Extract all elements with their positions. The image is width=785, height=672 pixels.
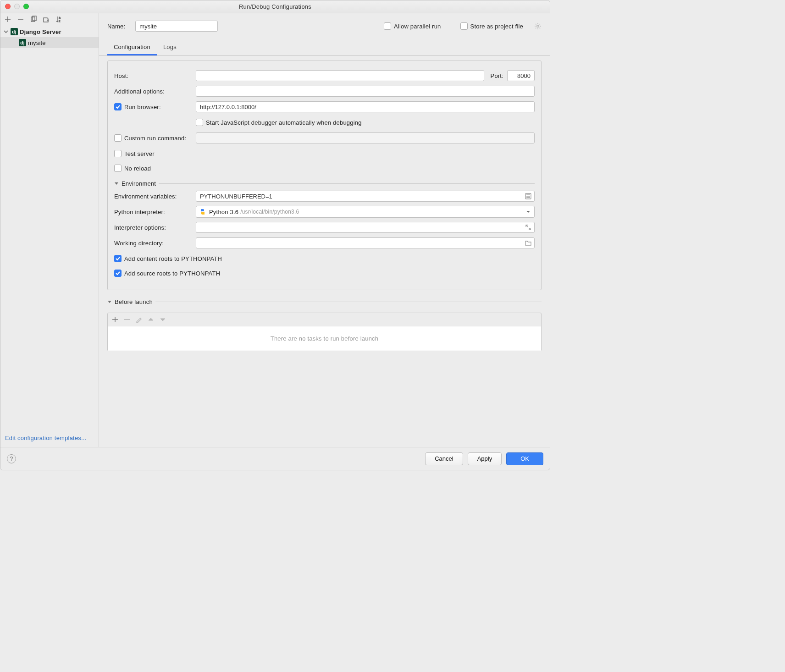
custom-run-command-label: Custom run command: bbox=[124, 135, 186, 142]
host-label: Host: bbox=[114, 72, 196, 79]
edit-task-icon bbox=[135, 316, 143, 323]
no-reload-checkbox[interactable]: No reload bbox=[114, 165, 151, 172]
allow-parallel-checkbox[interactable]: Allow parallel run bbox=[384, 22, 441, 30]
port-input[interactable] bbox=[507, 70, 535, 81]
add-content-roots-checkbox[interactable]: Add content roots to PYTHONPATH bbox=[114, 255, 222, 262]
environment-section-header[interactable]: Environment bbox=[114, 180, 535, 187]
interpreter-path: /usr/local/bin/python3.6 bbox=[240, 209, 299, 215]
add-task-icon[interactable] bbox=[111, 316, 119, 323]
port-label: Port: bbox=[491, 72, 503, 79]
svg-point-4 bbox=[537, 25, 539, 27]
window-zoom-button[interactable] bbox=[23, 4, 29, 9]
host-input[interactable] bbox=[196, 70, 484, 81]
run-browser-checkbox[interactable]: Run browser: bbox=[114, 103, 196, 110]
gear-icon[interactable] bbox=[534, 22, 542, 30]
store-project-file-label: Store as project file bbox=[470, 23, 523, 30]
add-source-roots-label: Add source roots to PYTHONPATH bbox=[124, 270, 220, 277]
svg-text:a: a bbox=[59, 16, 61, 19]
custom-run-command-checkbox[interactable]: Custom run command: bbox=[114, 134, 196, 142]
ok-button[interactable]: OK bbox=[506, 452, 543, 465]
additional-options-label: Additional options: bbox=[114, 88, 196, 95]
start-js-debugger-checkbox[interactable]: Start JavaScript debugger automatically … bbox=[196, 119, 362, 126]
move-up-icon bbox=[147, 316, 155, 323]
cancel-button[interactable]: Cancel bbox=[425, 452, 463, 465]
tree-node-django-server[interactable]: dj Django Server bbox=[0, 26, 99, 37]
checkbox-icon bbox=[384, 22, 391, 30]
python-icon bbox=[199, 208, 206, 215]
run-browser-label: Run browser: bbox=[124, 104, 161, 110]
name-input[interactable] bbox=[135, 21, 218, 32]
test-server-checkbox[interactable]: Test server bbox=[114, 150, 155, 157]
tree-node-mysite[interactable]: dj mysite bbox=[0, 37, 99, 48]
additional-options-input[interactable] bbox=[196, 86, 535, 97]
environment-section-title: Environment bbox=[122, 180, 156, 187]
remove-config-icon[interactable] bbox=[17, 16, 24, 23]
store-project-file-checkbox[interactable]: Store as project file bbox=[460, 22, 523, 30]
test-server-label: Test server bbox=[124, 150, 155, 157]
start-js-debugger-label: Start JavaScript debugger automatically … bbox=[206, 119, 362, 126]
copy-config-icon[interactable] bbox=[30, 16, 37, 23]
chevron-down-icon bbox=[3, 29, 9, 34]
sidebar-toolbar: az bbox=[0, 13, 99, 25]
chevron-down-icon bbox=[526, 209, 531, 214]
configuration-panel: Host: Port: Additional options: bbox=[107, 61, 542, 290]
list-edit-icon[interactable] bbox=[525, 193, 532, 200]
python-interpreter-select[interactable]: Python 3.6 /usr/local/bin/python3.6 bbox=[196, 206, 535, 218]
before-launch-empty-text: There are no tasks to run before launch bbox=[271, 335, 378, 342]
interpreter-options-label: Interpreter options: bbox=[114, 224, 196, 231]
env-vars-label: Environment variables: bbox=[114, 193, 196, 200]
tab-logs[interactable]: Logs bbox=[157, 41, 183, 55]
window-minimize-button bbox=[14, 4, 20, 9]
svg-text:z: z bbox=[59, 19, 61, 22]
working-directory-input[interactable] bbox=[196, 237, 535, 248]
edit-templates-link[interactable]: Edit configuration templates... bbox=[5, 435, 86, 441]
disclosure-triangle-icon bbox=[114, 182, 119, 186]
tree-node-label: mysite bbox=[28, 39, 46, 46]
expand-icon[interactable] bbox=[525, 224, 532, 231]
main-panel: Name: Allow parallel run Store as projec… bbox=[99, 13, 550, 447]
window-title: Run/Debug Configurations bbox=[239, 3, 311, 10]
checkbox-icon bbox=[196, 119, 203, 126]
before-launch-section-header[interactable]: Before launch bbox=[107, 298, 542, 305]
remove-task-icon bbox=[123, 316, 131, 323]
disclosure-triangle-icon bbox=[107, 300, 112, 304]
checkbox-icon bbox=[114, 165, 122, 172]
config-tree: dj Django Server dj mysite bbox=[0, 25, 99, 431]
custom-run-command-input bbox=[196, 132, 535, 143]
help-icon[interactable]: ? bbox=[7, 454, 16, 463]
checkbox-icon bbox=[114, 134, 122, 142]
tabs: Configuration Logs bbox=[99, 41, 550, 56]
env-vars-input[interactable] bbox=[196, 191, 535, 202]
interpreter-options-input[interactable] bbox=[196, 222, 535, 233]
sidebar: az dj Django Server dj mysite Edit confi… bbox=[0, 13, 99, 447]
checkbox-icon bbox=[460, 22, 468, 30]
window-close-button[interactable] bbox=[5, 4, 11, 9]
move-down-icon bbox=[159, 316, 166, 323]
add-source-roots-checkbox[interactable]: Add source roots to PYTHONPATH bbox=[114, 270, 220, 277]
tab-configuration[interactable]: Configuration bbox=[107, 41, 157, 55]
checkbox-icon bbox=[114, 103, 122, 110]
folder-icon[interactable] bbox=[525, 239, 532, 247]
add-content-roots-label: Add content roots to PYTHONPATH bbox=[124, 255, 222, 262]
sort-config-icon[interactable]: az bbox=[55, 16, 63, 23]
checkbox-icon bbox=[114, 255, 122, 262]
run-browser-url-input[interactable] bbox=[196, 101, 535, 112]
checkbox-icon bbox=[114, 270, 122, 277]
dialog-footer: ? Cancel Apply OK bbox=[0, 447, 550, 470]
tree-node-label: Django Server bbox=[20, 28, 61, 35]
django-icon: dj bbox=[11, 28, 18, 35]
apply-button[interactable]: Apply bbox=[468, 452, 502, 465]
save-config-icon[interactable] bbox=[43, 16, 50, 23]
checkbox-icon bbox=[114, 150, 122, 157]
titlebar: Run/Debug Configurations bbox=[0, 0, 550, 13]
interpreter-name: Python 3.6 bbox=[209, 209, 238, 215]
python-interpreter-label: Python interpreter: bbox=[114, 209, 196, 215]
no-reload-label: No reload bbox=[124, 165, 151, 172]
working-directory-label: Working directory: bbox=[114, 240, 196, 247]
before-launch-panel: There are no tasks to run before launch bbox=[107, 313, 542, 351]
django-icon: dj bbox=[19, 39, 26, 46]
before-launch-tasks-area: There are no tasks to run before launch bbox=[108, 326, 541, 351]
add-config-icon[interactable] bbox=[4, 16, 11, 23]
allow-parallel-label: Allow parallel run bbox=[394, 23, 441, 30]
name-label: Name: bbox=[107, 23, 125, 30]
